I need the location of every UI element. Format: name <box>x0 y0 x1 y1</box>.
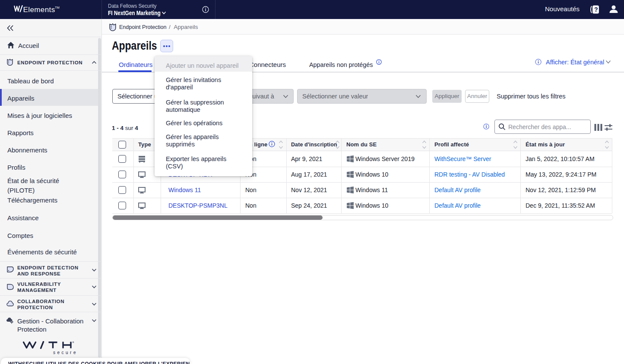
svg-text:?: ? <box>594 6 598 13</box>
svg-text:TM: TM <box>55 6 60 9</box>
svg-text:secure: secure <box>53 350 78 355</box>
svg-text:Elements: Elements <box>23 6 55 14</box>
